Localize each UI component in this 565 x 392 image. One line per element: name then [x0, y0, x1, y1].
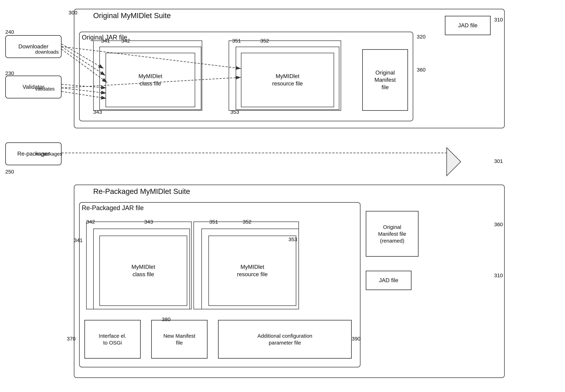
additional-config-label: Additional configuration parameter file [257, 332, 312, 346]
repackaged-suite-label: Re-Packaged MyMIDlet Suite [93, 187, 190, 196]
original-manifest-renamed-label: Original Manifest file (renamed) [378, 224, 406, 244]
ref-320: 320 [417, 34, 425, 40]
jad-file-label-top: JAD file [458, 22, 478, 29]
new-manifest-box: New Manifest file [151, 320, 208, 359]
ref-240: 240 [5, 29, 14, 35]
ref-343-bottom: 343 [144, 219, 153, 225]
resource-box-b-353: MyMIDlet resource file [208, 236, 296, 306]
ref-353-bottom: 353 [288, 237, 297, 242]
jad-file-label-bottom: JAD file [379, 277, 398, 284]
class-box-343: MyMIDlet class file [106, 53, 195, 107]
jad-file-box-top: JAD file [445, 16, 491, 35]
ref-360-top: 360 [417, 67, 425, 73]
ref-341-top: 341 [101, 38, 110, 44]
diagram-container: Original MyMIDlet Suite 300 JAD file 310… [0, 0, 565, 392]
ref-310-bottom: 310 [494, 272, 503, 279]
resource-file-label-bottom: MyMIDlet resource file [237, 263, 268, 278]
arrow-repkg-down [447, 148, 461, 176]
ref-341-bottom: 341 [74, 237, 83, 243]
ref-352-top: 352 [260, 38, 269, 44]
ref-370: 370 [67, 336, 76, 342]
jad-file-box-bottom: JAD file [366, 271, 411, 290]
ref-342-bottom: 342 [86, 219, 95, 225]
ref-343-top: 343 [93, 109, 102, 115]
ref-342-top: 342 [121, 38, 130, 44]
original-manifest-box-top: Original Manifest file [362, 49, 408, 111]
downloads-label: downloads [35, 49, 59, 55]
ref-390: 390 [352, 336, 360, 342]
ref-360-bottom: 360 [494, 222, 503, 227]
additional-config-box: Additional configuration parameter file [218, 320, 352, 359]
ref-230: 230 [5, 70, 14, 76]
ref-250: 250 [5, 169, 14, 175]
original-suite-label: Original MyMIDlet Suite [93, 12, 171, 20]
class-box-b-343: MyMIDlet class file [99, 236, 187, 306]
ref-353-top: 353 [230, 109, 239, 115]
ref-301: 301 [494, 158, 503, 164]
repackages-label: re-packages [35, 151, 62, 157]
class-file-label-top: MyMIDlet class file [138, 73, 162, 87]
class-file-label-bottom: MyMIDlet class file [131, 263, 155, 278]
ref-310-top: 310 [494, 17, 503, 23]
ref-300: 300 [69, 10, 77, 16]
ref-351-top: 351 [232, 38, 241, 44]
interface-osgi-label: Interface el. to OSGi [99, 332, 127, 346]
ref-351-bottom: 351 [209, 219, 218, 225]
ref-380: 380 [162, 316, 170, 322]
original-manifest-renamed-box: Original Manifest file (renamed) [366, 211, 419, 257]
validates-label: validates [35, 86, 55, 92]
interface-osgi-box: Interface el. to OSGi [85, 320, 141, 359]
new-manifest-label: New Manifest file [163, 332, 195, 346]
resource-file-label-top: MyMIDlet resource file [272, 73, 303, 87]
repackaged-jar-label: Re-Packaged JAR file [82, 204, 144, 212]
ref-352-bottom: 352 [243, 219, 252, 225]
original-manifest-label-top: Original Manifest file [375, 69, 396, 91]
resource-box-353: MyMIDlet resource file [241, 53, 334, 107]
